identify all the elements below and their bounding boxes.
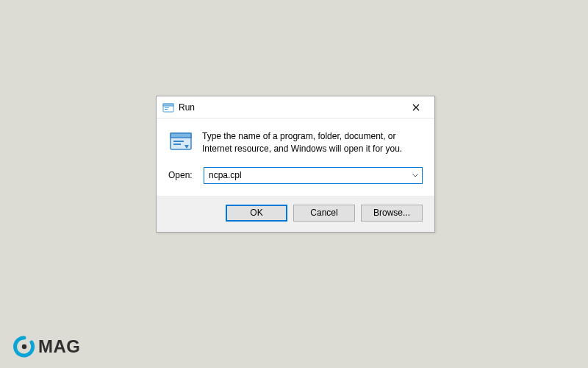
open-label: Open: <box>168 170 196 180</box>
svg-rect-6 <box>173 141 184 142</box>
browse-button[interactable]: Browse... <box>361 205 423 222</box>
open-input[interactable] <box>204 168 409 183</box>
watermark-logo: MAG <box>13 336 81 358</box>
open-combobox[interactable] <box>204 167 423 184</box>
svg-rect-2 <box>165 107 169 108</box>
run-app-icon <box>168 129 193 154</box>
titlebar[interactable]: Run <box>157 96 434 118</box>
logo-icon <box>13 336 35 358</box>
dialog-title: Run <box>179 102 401 113</box>
cancel-button[interactable]: Cancel <box>293 205 355 222</box>
svg-point-8 <box>22 344 26 349</box>
svg-rect-3 <box>165 109 168 110</box>
svg-rect-7 <box>173 144 181 145</box>
chevron-down-icon[interactable] <box>409 168 422 183</box>
svg-rect-5 <box>171 133 191 138</box>
run-title-icon <box>162 102 174 113</box>
logo-text: MAG <box>38 336 81 357</box>
dialog-content: Type the name of a program, folder, docu… <box>157 118 434 196</box>
dialog-description: Type the name of a program, folder, docu… <box>202 129 423 155</box>
run-dialog: Run Type the name of a program, folder, … <box>156 96 435 233</box>
svg-rect-1 <box>163 104 173 106</box>
close-button[interactable] <box>401 97 431 118</box>
button-row: OK Cancel Browse... <box>157 196 434 232</box>
ok-button[interactable]: OK <box>226 205 287 222</box>
